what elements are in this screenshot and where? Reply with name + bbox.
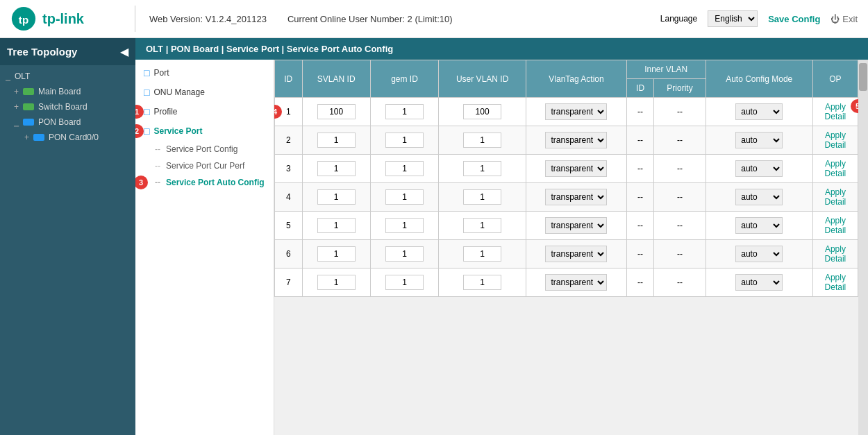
detail-link[interactable]: Detail <box>819 225 852 235</box>
automode-select[interactable]: automanual <box>735 103 783 120</box>
menu-subitem-spcurperf[interactable]: Service Port Cur Perf <box>149 157 274 174</box>
cell-id: 7 <box>275 268 303 297</box>
automode-select[interactable]: automanual <box>735 160 783 177</box>
menu-item-onumanage[interactable]: □ ONU Manage <box>135 83 274 102</box>
gem-input[interactable] <box>385 161 424 176</box>
apply-link[interactable]: Apply <box>819 159 852 169</box>
svlan-input[interactable] <box>317 161 356 176</box>
cell-vlantag: transparenttranslateadd-double <box>526 240 627 268</box>
gem-input[interactable] <box>385 275 424 290</box>
exit-button[interactable]: ⏻ Exit <box>831 14 858 24</box>
spconfig-label: Service Port Config <box>166 144 237 154</box>
sidebar-collapse-button[interactable]: ◀ <box>120 45 128 58</box>
cell-uservlan <box>439 155 526 183</box>
apply-link[interactable]: Apply <box>819 244 852 254</box>
sidebar-item-olt[interactable]: ⎯ OLT <box>0 69 135 84</box>
automode-select[interactable]: automanual <box>735 274 783 291</box>
gem-input[interactable] <box>385 218 424 233</box>
poncard-icon <box>33 134 44 141</box>
menu-subitem-spacutoconfig[interactable]: 3 Service Port Auto Config <box>149 174 274 191</box>
detail-link[interactable]: Detail <box>819 197 852 207</box>
cell-svlan <box>302 268 370 297</box>
cell-uservlan <box>439 183 526 212</box>
uservlan-input[interactable] <box>463 161 501 176</box>
port-expand-icon: □ <box>144 67 149 78</box>
minus-icon: ⎯ <box>6 71 10 81</box>
table-row: 4transparenttranslateadd-double----autom… <box>275 183 858 212</box>
apply-link[interactable]: Apply <box>819 187 852 197</box>
sidebar-item-poncard[interactable]: + PON Card0/0 <box>0 130 135 145</box>
vlantag-select[interactable]: transparenttranslateadd-double <box>545 217 607 234</box>
svlan-input[interactable] <box>317 218 356 233</box>
cell-id: 3 <box>275 155 303 183</box>
expand-icon: + <box>14 87 19 96</box>
content-wrapper: ForoISP □ Port □ ONU Manage 1 □ Profile <box>135 60 868 435</box>
sidebar-item-mainboard[interactable]: + Main Board <box>0 84 135 99</box>
menu-subitem-spconfig[interactable]: Service Port Config <box>149 141 274 157</box>
logo-text: tp-link <box>42 11 84 27</box>
svlan-input[interactable] <box>317 189 356 205</box>
cell-innerpriority: -- <box>654 183 706 212</box>
menu-item-profile[interactable]: 1 □ Profile <box>135 102 274 121</box>
automode-select[interactable]: automanual <box>735 217 783 234</box>
gem-input[interactable] <box>385 104 424 119</box>
switchboard-icon <box>23 103 34 110</box>
gem-input[interactable] <box>385 189 424 205</box>
vertical-scrollbar[interactable] <box>858 60 868 435</box>
svlan-input[interactable] <box>317 246 356 262</box>
apply-link[interactable]: Apply <box>819 130 852 140</box>
apply-link[interactable]: Apply <box>819 216 852 225</box>
apply-link[interactable]: Apply <box>819 102 852 112</box>
uservlan-input[interactable] <box>463 246 501 262</box>
svlan-input[interactable] <box>317 104 356 119</box>
spacutoconfig-label: Service Port Auto Config <box>166 178 265 187</box>
vlantag-select[interactable]: transparenttranslateadd-double <box>545 189 607 205</box>
automode-select[interactable]: automanual <box>735 246 783 262</box>
table-row: 5transparenttranslateadd-double----autom… <box>275 212 858 240</box>
uservlan-input[interactable] <box>463 133 501 148</box>
uservlan-input[interactable] <box>463 275 501 290</box>
cell-automode: automanual <box>706 183 812 212</box>
detail-link[interactable]: Detail <box>819 140 852 150</box>
detail-link[interactable]: Detail <box>819 112 852 121</box>
automode-select[interactable]: automanual <box>735 189 783 205</box>
detail-link[interactable]: Detail <box>819 282 852 292</box>
detail-link[interactable]: Detail <box>819 169 852 178</box>
logo-area: tp tp-link <box>10 6 135 32</box>
automode-select[interactable]: automanual <box>735 132 783 148</box>
th-op: OP <box>812 60 858 98</box>
uservlan-input[interactable] <box>463 218 501 233</box>
cell-svlan <box>302 126 370 155</box>
expand-icon4: + <box>24 133 29 142</box>
detail-link[interactable]: Detail <box>819 254 852 264</box>
gem-input[interactable] <box>385 133 424 148</box>
scrollbar-thumb[interactable] <box>859 63 867 91</box>
gem-input[interactable] <box>385 246 424 262</box>
menu-panel: □ Port □ ONU Manage 1 □ Profile 2 □ <box>135 60 274 435</box>
save-config-link[interactable]: Save Config <box>768 14 820 24</box>
svlan-input[interactable] <box>317 133 356 148</box>
vlantag-select[interactable]: transparenttranslateadd-double <box>545 246 607 262</box>
sidebar-item-ponboard[interactable]: ⎯ PON Board <box>0 114 135 130</box>
language-select[interactable]: English <box>708 10 758 27</box>
svlan-input[interactable] <box>317 275 356 290</box>
cell-gem <box>370 126 438 155</box>
uservlan-input[interactable] <box>463 104 501 119</box>
cell-id: 4 <box>275 183 303 212</box>
mainboard-icon <box>23 88 34 95</box>
menu-item-serviceport[interactable]: 2 □ Service Port <box>135 121 274 141</box>
vlantag-select[interactable]: transparenttranslateadd-double <box>545 274 607 291</box>
menu-item-port[interactable]: □ Port <box>135 63 274 83</box>
cell-innerpriority: -- <box>654 155 706 183</box>
th-id: ID <box>275 60 303 98</box>
sidebar-item-switchboard[interactable]: + Switch Board <box>0 99 135 114</box>
vlantag-select[interactable]: transparenttranslateadd-double <box>545 103 607 120</box>
apply-link[interactable]: Apply <box>819 273 852 282</box>
cell-automode: automanual <box>706 126 812 155</box>
vlantag-select[interactable]: transparenttranslateadd-double <box>545 160 607 177</box>
table-row: 2transparenttranslateadd-double----autom… <box>275 126 858 155</box>
vlantag-select[interactable]: transparenttranslateadd-double <box>545 132 607 148</box>
uservlan-input[interactable] <box>463 189 501 205</box>
exit-label: Exit <box>842 14 858 24</box>
cell-innerid: -- <box>626 183 654 212</box>
